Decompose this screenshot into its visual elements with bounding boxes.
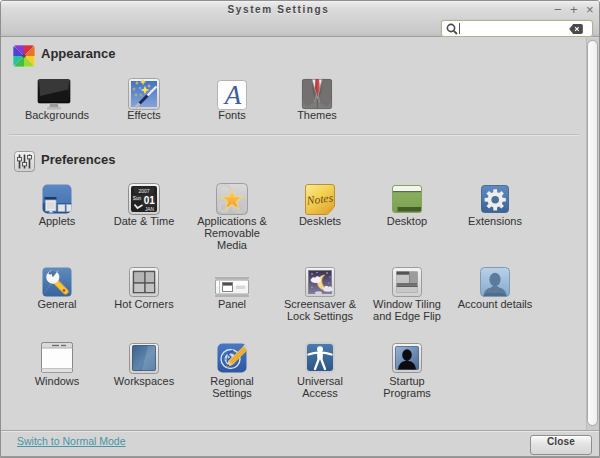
- svg-text:Sun: Sun: [133, 196, 142, 201]
- svg-text:2007: 2007: [138, 188, 149, 194]
- svg-text:01: 01: [144, 195, 156, 206]
- svg-text:JAN: JAN: [145, 207, 155, 212]
- svg-text:A: A: [223, 80, 242, 110]
